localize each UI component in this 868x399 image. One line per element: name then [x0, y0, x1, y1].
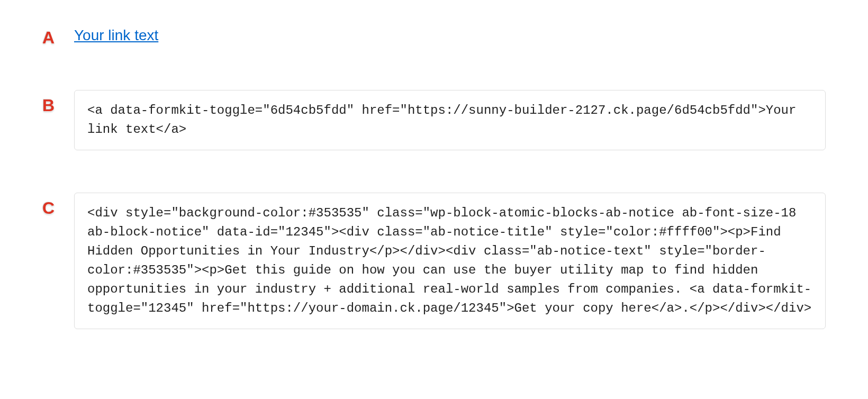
label-a: A — [42, 26, 74, 48]
label-b: B — [42, 90, 74, 115]
content-container: A Your link text B <a data-formkit-toggl… — [42, 26, 826, 329]
content-b: <a data-formkit-toggle="6d54cb5fdd" href… — [74, 90, 826, 150]
label-c: C — [42, 193, 74, 218]
row-b: B <a data-formkit-toggle="6d54cb5fdd" hr… — [42, 90, 826, 150]
content-a: Your link text — [74, 26, 826, 44]
content-c: <div style="background-color:#353535" cl… — [74, 193, 826, 329]
code-box-c: <div style="background-color:#353535" cl… — [74, 193, 826, 329]
row-c: C <div style="background-color:#353535" … — [42, 193, 826, 329]
row-a: A Your link text — [42, 26, 826, 48]
sample-link[interactable]: Your link text — [74, 26, 158, 44]
code-box-b: <a data-formkit-toggle="6d54cb5fdd" href… — [74, 90, 826, 150]
